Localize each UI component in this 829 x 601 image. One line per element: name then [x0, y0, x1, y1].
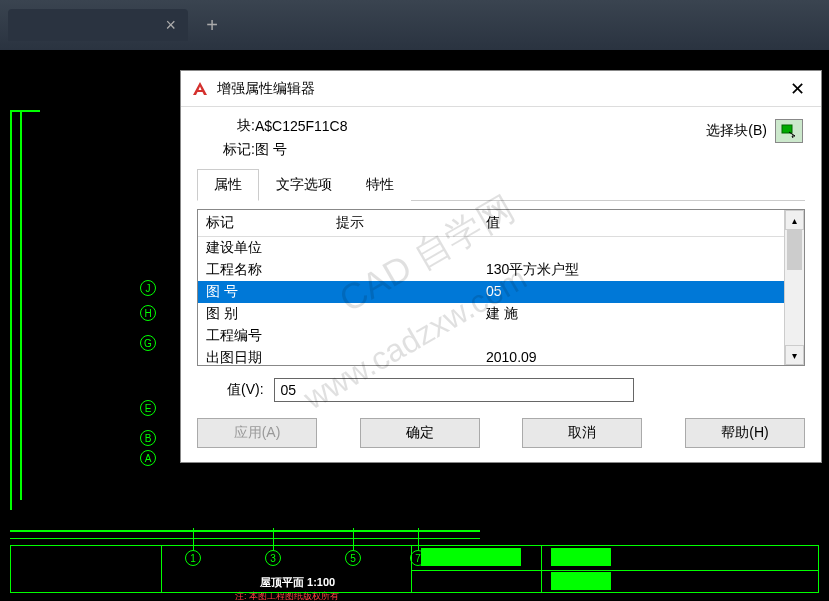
tab-add-button[interactable]: +: [196, 9, 228, 41]
attribute-table: 标记 提示 值 建设单位工程名称130平方米户型图 号05图 别建 施工程编号出…: [197, 209, 805, 366]
select-block-label: 选择块(B): [706, 122, 767, 140]
grid-marker: G: [140, 335, 156, 351]
cancel-button[interactable]: 取消: [522, 418, 642, 448]
apply-button[interactable]: 应用(A): [197, 418, 317, 448]
grid-marker: B: [140, 430, 156, 446]
autocad-icon: [191, 80, 209, 98]
tag-label: 标记:: [223, 141, 255, 159]
cell-value: 130平方米户型: [478, 260, 784, 280]
grid-marker: E: [140, 400, 156, 416]
header-value[interactable]: 值: [478, 210, 784, 236]
cell-tag: 图 别: [198, 304, 328, 324]
cell-value: 05: [478, 282, 784, 302]
close-button[interactable]: ✕: [783, 75, 811, 103]
tab-attributes[interactable]: 属性: [197, 169, 259, 201]
block-label: 块:: [237, 117, 255, 135]
grid-marker: A: [140, 450, 156, 466]
cell-value: [478, 238, 784, 258]
cell-prompt: [328, 326, 478, 346]
select-icon: [781, 124, 797, 138]
tab-row: 属性 文字选项 特性: [197, 169, 805, 201]
scroll-up-icon[interactable]: ▴: [785, 210, 804, 230]
table-body: 建设单位工程名称130平方米户型图 号05图 别建 施工程编号出图日期2010.…: [198, 237, 784, 365]
cell-prompt: [328, 348, 478, 365]
dialog-titlebar[interactable]: 增强属性编辑器 ✕: [181, 71, 821, 107]
table-header: 标记 提示 值: [198, 210, 784, 237]
value-label: 值(V):: [227, 381, 264, 399]
dialog-title: 增强属性编辑器: [217, 80, 783, 98]
scroll-thumb[interactable]: [787, 230, 802, 270]
cell-tag: 工程编号: [198, 326, 328, 346]
tab-text-options[interactable]: 文字选项: [259, 169, 349, 201]
table-row[interactable]: 工程名称130平方米户型: [198, 259, 784, 281]
scroll-down-icon[interactable]: ▾: [785, 345, 804, 365]
grid-marker: H: [140, 305, 156, 321]
tag-value: 图 号: [255, 141, 287, 159]
cell-prompt: [328, 282, 478, 302]
value-input[interactable]: [274, 378, 634, 402]
cell-tag: 出图日期: [198, 348, 328, 365]
cell-tag: 工程名称: [198, 260, 328, 280]
block-name: A$C125F11C8: [255, 118, 348, 134]
table-row[interactable]: 建设单位: [198, 237, 784, 259]
help-button[interactable]: 帮助(H): [685, 418, 805, 448]
grid-marker: J: [140, 280, 156, 296]
cell-value: [478, 326, 784, 346]
header-tag[interactable]: 标记: [198, 210, 328, 236]
cell-value: 建 施: [478, 304, 784, 324]
attribute-editor-dialog: 增强属性编辑器 ✕ 块: A$C125F11C8 标记: 图 号 选择块(B) …: [180, 70, 822, 463]
scrollbar[interactable]: ▴ ▾: [784, 210, 804, 365]
cell-tag: 图 号: [198, 282, 328, 302]
svg-rect-0: [782, 125, 792, 133]
cell-prompt: [328, 238, 478, 258]
tab-close-icon[interactable]: ×: [165, 15, 176, 36]
select-block-button[interactable]: [775, 119, 803, 143]
table-row[interactable]: 图 别建 施: [198, 303, 784, 325]
cell-tag: 建设单位: [198, 238, 328, 258]
cell-prompt: [328, 304, 478, 324]
table-row[interactable]: 图 号05: [198, 281, 784, 303]
app-tab-bar: × +: [0, 0, 829, 50]
table-row[interactable]: 工程编号: [198, 325, 784, 347]
tab-properties[interactable]: 特性: [349, 169, 411, 201]
ok-button[interactable]: 确定: [360, 418, 480, 448]
table-row[interactable]: 出图日期2010.09: [198, 347, 784, 365]
app-tab[interactable]: ×: [8, 9, 188, 41]
cell-value: 2010.09: [478, 348, 784, 365]
cell-prompt: [328, 260, 478, 280]
title-block: [10, 545, 819, 593]
header-prompt[interactable]: 提示: [328, 210, 478, 236]
